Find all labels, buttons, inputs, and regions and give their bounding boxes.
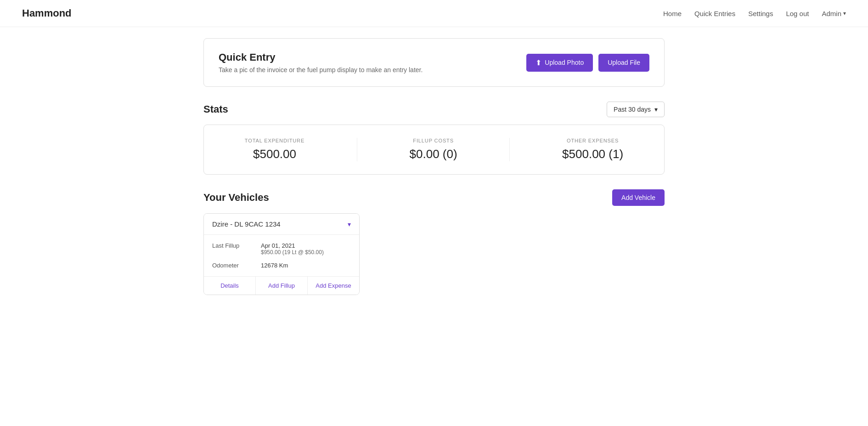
stat-fillup-label: FILLUP COSTS	[410, 138, 457, 143]
add-vehicle-button[interactable]: Add Vehicle	[612, 189, 665, 206]
odometer-key: Odometer	[212, 262, 254, 269]
stat-total-label: TOTAL EXPENDITURE	[245, 138, 304, 143]
vehicle-actions: Details Add Fillup Add Expense	[204, 276, 359, 295]
detail-row-odometer: Odometer 12678 Km	[212, 262, 351, 269]
chevron-down-icon: ▾	[654, 106, 658, 113]
vehicles-title: Your Vehicles	[203, 192, 269, 204]
add-fillup-button[interactable]: Add Fillup	[256, 277, 308, 295]
stat-divider-1	[357, 138, 357, 161]
navbar: Hammond Home Quick Entries Settings Log …	[0, 0, 868, 27]
quick-entry-subtitle: Take a pic of the invoice or the fuel pu…	[219, 66, 423, 74]
vehicle-card-dzire: Dzire - DL 9CAC 1234 ▾ Last Fillup Apr 0…	[203, 213, 360, 295]
nav-quick-entries[interactable]: Quick Entries	[694, 10, 735, 17]
nav-home[interactable]: Home	[663, 10, 682, 17]
nav-admin-menu[interactable]: Admin ▾	[822, 10, 846, 17]
fillup-key: Last Fillup	[212, 242, 254, 256]
stats-card: TOTAL EXPENDITURE $500.00 FILLUP COSTS $…	[203, 125, 665, 175]
stat-other-value: $500.00 (1)	[562, 147, 623, 161]
stats-filter-label: Past 30 days	[614, 106, 651, 113]
nav-settings[interactable]: Settings	[748, 10, 773, 17]
stats-title: Stats	[203, 103, 228, 115]
stats-filter-dropdown[interactable]: Past 30 days ▾	[607, 102, 665, 117]
add-expense-button[interactable]: Add Expense	[308, 277, 359, 295]
stat-total-expenditure: TOTAL EXPENDITURE $500.00	[245, 138, 304, 161]
stat-divider-2	[509, 138, 510, 161]
fillup-values: Apr 01, 2021 $950.00 (19 Lt @ $50.00)	[261, 242, 324, 256]
main-content: Quick Entry Take a pic of the invoice or…	[181, 27, 687, 321]
stat-total-value: $500.00	[245, 147, 304, 161]
vehicles-section-header: Your Vehicles Add Vehicle	[203, 189, 665, 206]
brand: Hammond	[22, 7, 72, 19]
stat-fillup-costs: FILLUP COSTS $0.00 (0)	[410, 138, 457, 161]
upload-photo-label: Upload Photo	[545, 59, 584, 66]
quick-entry-title: Quick Entry	[219, 51, 423, 63]
fillup-detail: $950.00 (19 Lt @ $50.00)	[261, 249, 324, 256]
nav-links: Home Quick Entries Settings Log out Admi…	[663, 10, 846, 17]
nav-admin-label: Admin	[822, 10, 841, 17]
detail-row-fillup: Last Fillup Apr 01, 2021 $950.00 (19 Lt …	[212, 242, 351, 256]
stats-section-header: Stats Past 30 days ▾	[203, 102, 665, 117]
chevron-down-icon: ▾	[348, 221, 351, 228]
quick-entry-actions: ⬆ Upload Photo Upload File	[526, 54, 649, 72]
upload-file-button[interactable]: Upload File	[598, 54, 649, 72]
nav-logout[interactable]: Log out	[786, 10, 809, 17]
quick-entry-text: Quick Entry Take a pic of the invoice or…	[219, 51, 423, 74]
vehicle-details: Last Fillup Apr 01, 2021 $950.00 (19 Lt …	[204, 235, 359, 276]
quick-entry-card: Quick Entry Take a pic of the invoice or…	[203, 38, 665, 87]
vehicle-header[interactable]: Dzire - DL 9CAC 1234 ▾	[204, 214, 359, 235]
fillup-date: Apr 01, 2021	[261, 242, 324, 249]
details-button[interactable]: Details	[204, 277, 256, 295]
odometer-value: 12678 Km	[261, 262, 288, 269]
stat-other-label: OTHER EXPENSES	[562, 138, 623, 143]
upload-photo-button[interactable]: ⬆ Upload Photo	[526, 54, 593, 72]
stat-fillup-value: $0.00 (0)	[410, 147, 457, 161]
stat-other-expenses: OTHER EXPENSES $500.00 (1)	[562, 138, 623, 161]
upload-photo-icon: ⬆	[535, 58, 541, 67]
vehicles-section: Your Vehicles Add Vehicle Dzire - DL 9CA…	[203, 189, 665, 295]
vehicle-name: Dzire - DL 9CAC 1234	[212, 220, 281, 228]
upload-file-label: Upload File	[608, 59, 640, 66]
chevron-down-icon: ▾	[843, 10, 846, 17]
